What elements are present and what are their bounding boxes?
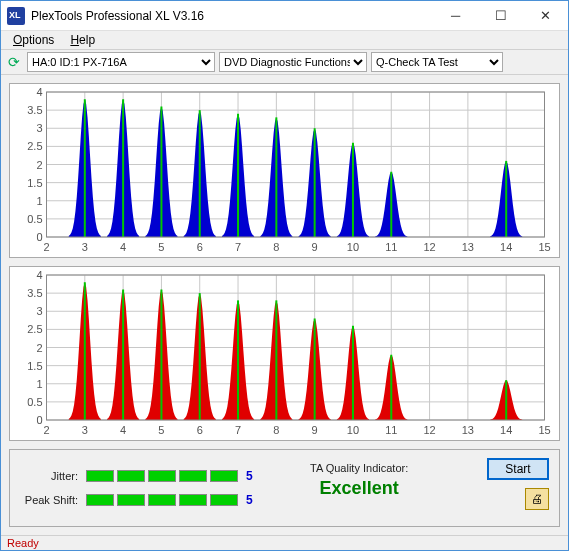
jitter-row: Jitter: 5 bbox=[20, 469, 253, 483]
drive-select[interactable]: HA:0 ID:1 PX-716A bbox=[27, 52, 215, 72]
app-window: PlexTools Professional XL V3.16 ─ ☐ ✕ Op… bbox=[0, 0, 569, 551]
jitter-bar bbox=[179, 470, 207, 482]
svg-text:4: 4 bbox=[36, 269, 42, 281]
svg-text:7: 7 bbox=[235, 241, 241, 253]
svg-text:2: 2 bbox=[43, 424, 49, 436]
menu-options[interactable]: Options bbox=[5, 31, 62, 49]
svg-text:12: 12 bbox=[423, 241, 435, 253]
chart-top-svg: 00.511.522.533.5423456789101112131415 bbox=[10, 84, 559, 257]
toolbar: ⟳ HA:0 ID:1 PX-716A DVD Diagnostic Funct… bbox=[1, 50, 568, 75]
svg-text:10: 10 bbox=[347, 424, 359, 436]
refresh-icon[interactable]: ⟳ bbox=[5, 53, 23, 71]
peakshift-bar bbox=[117, 494, 145, 506]
close-button[interactable]: ✕ bbox=[523, 1, 568, 30]
window-buttons: ─ ☐ ✕ bbox=[433, 1, 568, 30]
svg-text:11: 11 bbox=[385, 241, 397, 253]
svg-text:3: 3 bbox=[36, 122, 42, 134]
svg-text:2.5: 2.5 bbox=[27, 140, 42, 152]
svg-text:9: 9 bbox=[312, 424, 318, 436]
svg-text:3: 3 bbox=[36, 305, 42, 317]
svg-text:15: 15 bbox=[538, 241, 550, 253]
window-title: PlexTools Professional XL V3.16 bbox=[31, 9, 433, 23]
minimize-button[interactable]: ─ bbox=[433, 1, 478, 30]
menu-help[interactable]: Help bbox=[62, 31, 103, 49]
peakshift-bar bbox=[148, 494, 176, 506]
svg-text:2: 2 bbox=[43, 241, 49, 253]
jitter-bar bbox=[86, 470, 114, 482]
ta-quality: TA Quality Indicator: Excellent bbox=[310, 462, 408, 499]
svg-text:1: 1 bbox=[36, 378, 42, 390]
results-panel: Jitter: 5 Peak Shift: 5 TA Quality Indic… bbox=[9, 449, 560, 527]
svg-text:12: 12 bbox=[423, 424, 435, 436]
svg-text:1.5: 1.5 bbox=[27, 177, 42, 189]
start-button[interactable]: Start bbox=[487, 458, 549, 480]
svg-text:0: 0 bbox=[36, 231, 42, 243]
statusbar: Ready bbox=[1, 535, 568, 550]
app-icon bbox=[7, 7, 25, 25]
svg-text:8: 8 bbox=[273, 241, 279, 253]
svg-text:4: 4 bbox=[120, 424, 126, 436]
content-area: 00.511.522.533.5423456789101112131415 00… bbox=[1, 75, 568, 535]
svg-text:9: 9 bbox=[312, 241, 318, 253]
svg-text:10: 10 bbox=[347, 241, 359, 253]
svg-text:0.5: 0.5 bbox=[27, 396, 42, 408]
peakshift-bar bbox=[210, 494, 238, 506]
svg-text:11: 11 bbox=[385, 424, 397, 436]
jitter-value: 5 bbox=[246, 469, 253, 483]
jitter-label: Jitter: bbox=[20, 470, 78, 482]
svg-text:2.5: 2.5 bbox=[27, 323, 42, 335]
svg-text:7: 7 bbox=[235, 424, 241, 436]
svg-text:6: 6 bbox=[197, 424, 203, 436]
svg-text:2: 2 bbox=[36, 159, 42, 171]
chart-bottom: 00.511.522.533.5423456789101112131415 bbox=[9, 266, 560, 441]
metrics: Jitter: 5 Peak Shift: 5 bbox=[20, 469, 253, 507]
chart-bottom-svg: 00.511.522.533.5423456789101112131415 bbox=[10, 267, 559, 440]
svg-text:5: 5 bbox=[158, 424, 164, 436]
jitter-bar bbox=[210, 470, 238, 482]
test-select[interactable]: Q-Check TA Test bbox=[371, 52, 503, 72]
peakshift-label: Peak Shift: bbox=[20, 494, 78, 506]
svg-text:8: 8 bbox=[273, 424, 279, 436]
function-select[interactable]: DVD Diagnostic Functions bbox=[219, 52, 367, 72]
ta-quality-label: TA Quality Indicator: bbox=[310, 462, 408, 474]
ta-quality-value: Excellent bbox=[310, 478, 408, 499]
svg-text:3: 3 bbox=[82, 424, 88, 436]
svg-text:14: 14 bbox=[500, 241, 512, 253]
status-text: Ready bbox=[7, 537, 39, 549]
action-buttons: Start 🖨 bbox=[487, 458, 549, 510]
svg-text:6: 6 bbox=[197, 241, 203, 253]
svg-text:2: 2 bbox=[36, 342, 42, 354]
chart-top: 00.511.522.533.5423456789101112131415 bbox=[9, 83, 560, 258]
svg-text:0.5: 0.5 bbox=[27, 213, 42, 225]
peakshift-bar bbox=[86, 494, 114, 506]
svg-text:14: 14 bbox=[500, 424, 512, 436]
svg-text:0: 0 bbox=[36, 414, 42, 426]
jitter-bar bbox=[148, 470, 176, 482]
svg-text:15: 15 bbox=[538, 424, 550, 436]
peakshift-bars bbox=[86, 494, 238, 506]
svg-text:4: 4 bbox=[36, 86, 42, 98]
svg-text:4: 4 bbox=[120, 241, 126, 253]
svg-text:1.5: 1.5 bbox=[27, 360, 42, 372]
peakshift-row: Peak Shift: 5 bbox=[20, 493, 253, 507]
maximize-button[interactable]: ☐ bbox=[478, 1, 523, 30]
svg-text:5: 5 bbox=[158, 241, 164, 253]
svg-text:3.5: 3.5 bbox=[27, 287, 42, 299]
peakshift-value: 5 bbox=[246, 493, 253, 507]
jitter-bar bbox=[117, 470, 145, 482]
svg-text:1: 1 bbox=[36, 195, 42, 207]
svg-text:3.5: 3.5 bbox=[27, 104, 42, 116]
jitter-bars bbox=[86, 470, 238, 482]
print-button[interactable]: 🖨 bbox=[525, 488, 549, 510]
svg-text:13: 13 bbox=[462, 241, 474, 253]
svg-text:3: 3 bbox=[82, 241, 88, 253]
peakshift-bar bbox=[179, 494, 207, 506]
menubar: Options Help bbox=[1, 31, 568, 50]
titlebar: PlexTools Professional XL V3.16 ─ ☐ ✕ bbox=[1, 1, 568, 31]
svg-text:13: 13 bbox=[462, 424, 474, 436]
